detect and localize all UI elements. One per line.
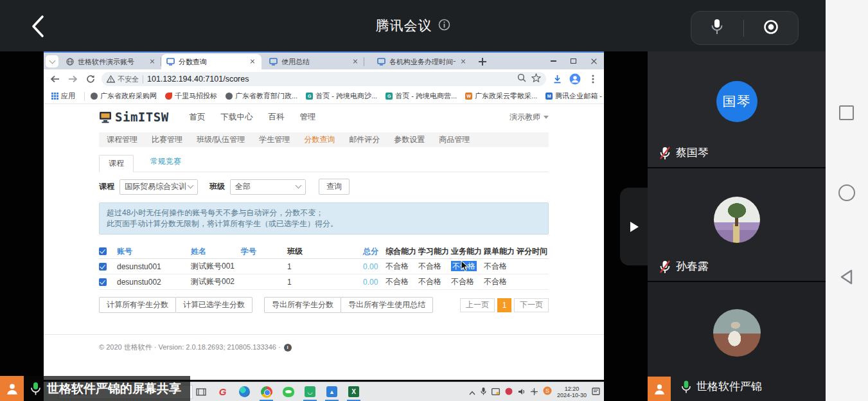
tab-close-icon[interactable]	[351, 58, 359, 66]
download-icon[interactable]	[550, 72, 564, 86]
bookmark-star-icon[interactable]	[531, 73, 541, 85]
address-bar[interactable]: 不安全 101.132.194.40:7101/scores	[102, 72, 546, 86]
taskbar-clock[interactable]: 12:20 2024-10-30	[557, 386, 587, 398]
next-page-button[interactable]: 下一页	[514, 298, 549, 312]
bookmark-apps[interactable]: 应用	[49, 90, 78, 102]
excel-icon[interactable]: X	[347, 385, 360, 398]
microphone-icon[interactable]	[710, 18, 724, 39]
bookmark-item[interactable]: 广东省政府采购网	[88, 90, 159, 102]
tray-sogou-input-icon[interactable]: S	[543, 386, 552, 398]
calc-selected-students-button[interactable]: 计算已选学生分数	[175, 297, 252, 313]
sidebar-collapse-handle[interactable]	[620, 188, 648, 265]
browser-tab-1[interactable]: 世格软件演示账号	[61, 54, 161, 69]
participant-tile[interactable]: 孙春露	[648, 167, 826, 281]
tencent-meeting-app-icon[interactable]: ▲	[325, 385, 339, 398]
url-text[interactable]: 101.132.194.40:7101/scores	[147, 75, 513, 84]
bookmark-item[interactable]: G 首页 - 跨境电商营...	[383, 90, 459, 102]
sogou-browser-icon[interactable]: G	[216, 385, 229, 398]
subnav-product-mgmt[interactable]: 商品管理	[439, 134, 470, 145]
nav-home[interactable]: 首页	[190, 112, 206, 123]
nav-wiki[interactable]: 百科	[269, 112, 285, 123]
cell-total[interactable]: 0.00	[363, 278, 385, 287]
participant-tile[interactable]: 世格软件严锦	[648, 281, 826, 401]
site-logo[interactable]: SimITSW	[99, 110, 169, 124]
back-nav-icon[interactable]	[48, 72, 62, 86]
nav-download[interactable]: 下载中心	[221, 112, 253, 123]
subnav-class-team-mgmt[interactable]: 班级/队伍管理	[197, 134, 245, 145]
select-all-checkbox[interactable]	[99, 247, 107, 255]
bookmark-item[interactable]: W 广东政采云零散采...	[463, 90, 540, 102]
forward-nav-icon[interactable]	[66, 72, 80, 86]
tab-list-chevron-icon[interactable]	[46, 55, 58, 67]
nav-admin[interactable]: 管理	[300, 112, 316, 123]
task-view-icon[interactable]	[194, 385, 208, 398]
header-total[interactable]: 总分	[363, 246, 385, 257]
cell-total[interactable]: 0.00	[363, 262, 385, 271]
reload-icon[interactable]	[84, 72, 98, 86]
browser-tab-3[interactable]: 使用总结	[264, 54, 364, 69]
back-triangle-icon[interactable]	[838, 267, 856, 289]
subnav-contest-mgmt[interactable]: 比赛管理	[152, 134, 182, 145]
tray-screenshot-icon[interactable]	[492, 386, 500, 398]
bookmark-item[interactable]: 广东省教育部门政...	[223, 90, 300, 102]
muted-mic-icon	[659, 260, 671, 274]
browser-tab-2-active[interactable]: 分数查询	[161, 54, 261, 69]
info-icon[interactable]	[438, 19, 450, 33]
export-scores-button[interactable]: 导出所有学生分数	[264, 297, 341, 313]
new-tab-icon[interactable]	[477, 57, 488, 67]
course-select-value: 国际贸易综合实训	[125, 181, 186, 192]
cell-ability-2: 不合格	[418, 276, 451, 287]
menu-dots-icon[interactable]	[586, 72, 600, 86]
tab-regular-contest[interactable]: 常规竞赛	[150, 156, 181, 172]
tray-expand-icon[interactable]	[469, 386, 475, 398]
wechat-icon[interactable]	[281, 385, 295, 398]
tab-close-icon[interactable]	[148, 58, 156, 66]
chrome-icon[interactable]	[260, 385, 273, 398]
footer-info-icon[interactable]: i	[284, 344, 292, 352]
tray-record-icon[interactable]	[505, 386, 513, 398]
subnav-score-query-active[interactable]: 分数查询	[304, 134, 335, 145]
header-student-no[interactable]: 学号	[241, 246, 287, 257]
subnav-param-settings[interactable]: 参数设置	[394, 134, 425, 145]
orange-favicon: W	[465, 93, 472, 100]
subnav-course-mgmt[interactable]: 课程管理	[107, 134, 137, 145]
prev-page-button[interactable]: 上一页	[460, 298, 495, 312]
bookmark-item[interactable]: M 腾讯企业邮箱 - 收...	[543, 90, 604, 102]
subnav-student-mgmt[interactable]: 学生管理	[259, 134, 290, 145]
search-button[interactable]: 查询	[319, 179, 350, 195]
green-app-icon[interactable]: ◡	[303, 385, 317, 398]
tray-input-icon[interactable]	[531, 386, 538, 398]
zoom-page-icon[interactable]	[517, 73, 526, 85]
close-icon[interactable]	[590, 58, 598, 65]
subnav-mail-scoring[interactable]: 邮件评分	[349, 134, 380, 145]
header-account[interactable]: 账号	[117, 246, 191, 257]
page-1-button[interactable]: 1	[497, 298, 511, 312]
tray-mic-icon[interactable]	[481, 386, 486, 398]
minimize-icon[interactable]	[551, 60, 556, 62]
tab-close-icon[interactable]	[459, 58, 467, 66]
bookmark-item[interactable]: 千里马招投标	[163, 90, 220, 102]
tab-course-active[interactable]: 课程	[99, 155, 134, 172]
tab-close-icon[interactable]	[249, 58, 256, 66]
edge-icon[interactable]	[238, 385, 251, 398]
recents-icon[interactable]	[839, 105, 854, 120]
course-select[interactable]: 国际贸易综合实训	[120, 179, 198, 195]
record-icon[interactable]	[763, 19, 779, 38]
profile-avatar-icon[interactable]	[568, 72, 582, 86]
bookmark-item[interactable]: G 首页 - 跨境电商沙...	[303, 90, 380, 102]
user-menu[interactable]: 演示教师	[509, 112, 549, 123]
home-icon[interactable]	[838, 184, 855, 201]
calc-all-students-button[interactable]: 计算所有学生分数	[99, 297, 176, 313]
export-summary-button[interactable]: 导出所有学生使用总结	[341, 297, 433, 313]
header-name[interactable]: 姓名	[191, 246, 241, 257]
maximize-icon[interactable]	[571, 58, 576, 64]
security-chip[interactable]: 不安全	[107, 75, 139, 84]
row-checkbox[interactable]	[99, 263, 107, 271]
row-checkbox[interactable]	[99, 278, 107, 286]
tray-volume-icon[interactable]	[518, 386, 526, 398]
notification-center-icon[interactable]	[592, 386, 600, 398]
class-select[interactable]: 全部	[230, 179, 306, 195]
browser-tab-4[interactable]: 各机构业务办理时间一览表 - 5	[372, 54, 472, 69]
svg-text:S: S	[545, 388, 549, 394]
participant-tile[interactable]: 国琴 蔡国琴	[648, 51, 826, 167]
